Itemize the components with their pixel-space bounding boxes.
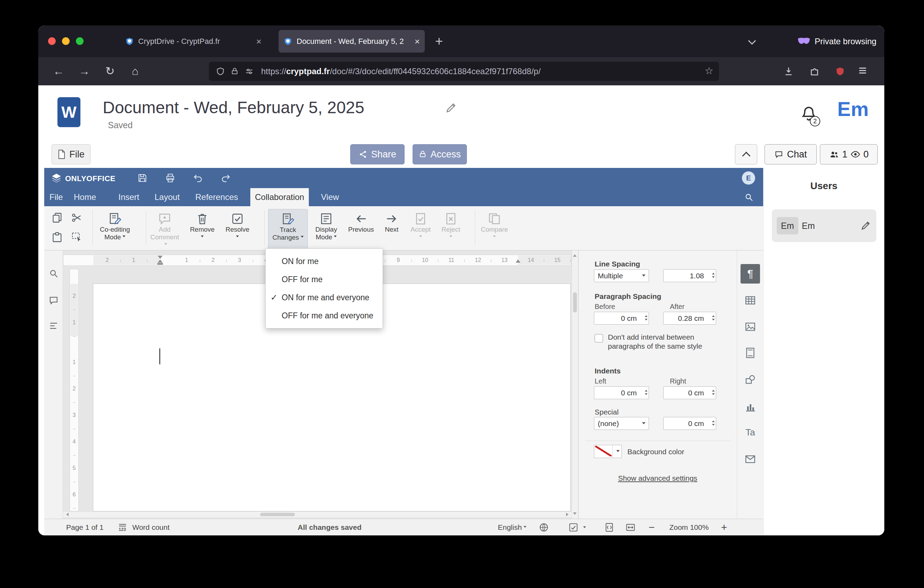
tab-close-icon[interactable]: × — [415, 37, 420, 46]
horizontal-scrollbar[interactable] — [63, 511, 572, 517]
background-color-picker[interactable] — [594, 445, 622, 458]
special-amount-spinner[interactable]: 0 cm — [663, 417, 716, 430]
menu-item-off-for-everyone[interactable]: OFF for me and everyone — [266, 307, 383, 325]
accept-change-button[interactable]: Accept — [407, 209, 434, 249]
tab-close-icon[interactable]: × — [256, 37, 261, 46]
menu-home[interactable]: Home — [74, 188, 96, 206]
scroll-left-arrow[interactable] — [64, 513, 69, 516]
reload-button[interactable]: ↻ — [102, 63, 118, 79]
spacing-before-spinner[interactable]: 0 cm — [594, 312, 649, 325]
menu-file[interactable]: File — [50, 188, 63, 206]
hamburger-menu-icon[interactable]: ≡ — [858, 61, 866, 80]
tab-cryptdrive[interactable]: CryptDrive - CryptPad.fr × — [120, 30, 266, 53]
new-tab-button[interactable]: + — [431, 33, 447, 50]
first-line-indent-marker[interactable] — [158, 256, 163, 259]
menu-view[interactable]: View — [321, 188, 339, 206]
shield-icon[interactable] — [216, 67, 225, 76]
menu-layout[interactable]: Layout — [155, 188, 180, 206]
copy-icon[interactable] — [51, 212, 63, 224]
file-menu-button[interactable]: File — [51, 144, 91, 164]
compare-button[interactable]: Compare — [479, 209, 510, 249]
undo-icon[interactable] — [193, 173, 203, 183]
add-comment-button[interactable]: Add Comment — [149, 209, 180, 249]
navigation-panel-icon[interactable] — [48, 321, 59, 331]
next-change-button[interactable]: Next — [379, 209, 404, 249]
user-avatar[interactable]: Em — [837, 97, 869, 121]
edit-user-pencil-icon[interactable] — [860, 220, 871, 231]
document-title[interactable]: Document - Wed, February 5, 2025 — [103, 98, 364, 117]
paragraph-settings-icon[interactable]: ¶ — [741, 264, 760, 284]
language-selector[interactable]: English — [498, 519, 526, 535]
header-footer-settings-icon[interactable] — [741, 343, 760, 363]
vertical-scrollbar[interactable] — [572, 251, 578, 519]
left-indent-marker[interactable] — [157, 263, 163, 265]
menu-collaboration[interactable]: Collaboration — [250, 188, 309, 206]
special-select[interactable]: (none) — [594, 417, 649, 430]
cut-icon[interactable] — [71, 212, 82, 224]
presence-counter[interactable]: 1 0 — [820, 144, 878, 164]
advanced-settings-link[interactable]: Show advanced settings — [579, 474, 737, 482]
menu-item-on-for-me[interactable]: ON for me — [266, 252, 383, 270]
find-icon[interactable] — [48, 268, 59, 279]
downloads-icon[interactable] — [783, 66, 794, 77]
lock-icon[interactable] — [231, 67, 239, 76]
zoom-level[interactable]: Zoom 100% — [665, 519, 713, 535]
permissions-icon[interactable] — [245, 67, 254, 76]
scroll-right-arrow[interactable] — [566, 513, 570, 516]
indent-right-spinner[interactable]: 0 cm — [663, 386, 716, 399]
zoom-out-button[interactable]: − — [648, 519, 655, 535]
home-button[interactable]: ⌂ — [127, 63, 143, 79]
print-icon[interactable] — [165, 173, 175, 183]
scroll-down-arrow[interactable] — [573, 512, 577, 517]
chart-settings-icon[interactable] — [741, 397, 760, 416]
fit-page-icon[interactable] — [604, 522, 614, 533]
spacing-after-spinner[interactable]: 0.28 cm — [663, 312, 716, 325]
collapse-toolbar-button[interactable] — [735, 144, 757, 164]
extensions-puzzle-icon[interactable] — [809, 66, 820, 77]
remove-comment-button[interactable]: Remove — [187, 209, 218, 249]
close-window-button[interactable] — [48, 37, 56, 45]
document-language-globe-icon[interactable] — [539, 522, 549, 533]
track-changes-button[interactable]: Track Changes — [268, 209, 308, 249]
mail-merge-icon[interactable] — [741, 450, 760, 469]
share-button[interactable]: Share — [350, 144, 404, 164]
zoom-in-button[interactable]: + — [721, 519, 727, 535]
editor-user-avatar[interactable]: E — [742, 172, 755, 185]
tab-document[interactable]: Document - Wed, February 5, 2 × — [279, 30, 425, 53]
previous-change-button[interactable]: Previous — [346, 209, 376, 249]
url-bar[interactable]: https://cryptpad.fr/doc/#/3/doc/edit/ff0… — [209, 62, 719, 81]
editor-search-icon[interactable] — [744, 192, 754, 202]
user-list-item[interactable]: Em Em — [772, 209, 876, 242]
table-settings-icon[interactable] — [741, 291, 760, 311]
horizontal-scroll-thumb[interactable] — [260, 513, 295, 516]
resolve-button[interactable]: Resolve — [223, 209, 252, 249]
menu-item-on-for-everyone[interactable]: ✓ON for me and everyone — [266, 288, 383, 307]
ublock-icon[interactable] — [835, 66, 845, 77]
minimize-window-button[interactable] — [62, 37, 69, 45]
maximize-window-button[interactable] — [76, 37, 84, 45]
bookmark-star-icon[interactable]: ☆ — [705, 65, 713, 77]
url-text[interactable]: https://cryptpad.fr/doc/#/3/doc/edit/ff0… — [261, 62, 541, 81]
right-indent-marker[interactable] — [516, 259, 520, 263]
fit-width-icon[interactable] — [625, 522, 636, 533]
menu-item-off-for-me[interactable]: OFF for me — [266, 270, 383, 288]
menu-references[interactable]: References — [195, 188, 238, 206]
v-ruler[interactable]: 21123456 — [69, 269, 79, 511]
back-button[interactable]: ← — [51, 63, 66, 79]
reject-change-button[interactable]: Reject — [437, 209, 465, 249]
hanging-indent-marker[interactable] — [158, 259, 163, 263]
vertical-scroll-thumb[interactable] — [573, 292, 577, 312]
access-button[interactable]: Access — [412, 144, 467, 164]
page-indicator[interactable]: Page 1 of 1 — [66, 519, 103, 535]
paste-icon[interactable] — [51, 231, 63, 243]
comments-panel-icon[interactable] — [48, 295, 59, 306]
word-count-button[interactable]: Word count — [132, 519, 170, 535]
save-icon[interactable] — [137, 173, 148, 183]
shape-settings-icon[interactable] — [741, 370, 760, 390]
scroll-up-arrow[interactable] — [573, 253, 577, 257]
coediting-mode-button[interactable]: Co-editing Mode — [95, 209, 135, 249]
forward-button[interactable]: → — [77, 63, 92, 79]
display-mode-button[interactable]: Display Mode — [311, 209, 342, 249]
tab-list-chevron-icon[interactable] — [748, 37, 756, 45]
text-art-settings-icon[interactable]: Ta — [741, 423, 760, 442]
